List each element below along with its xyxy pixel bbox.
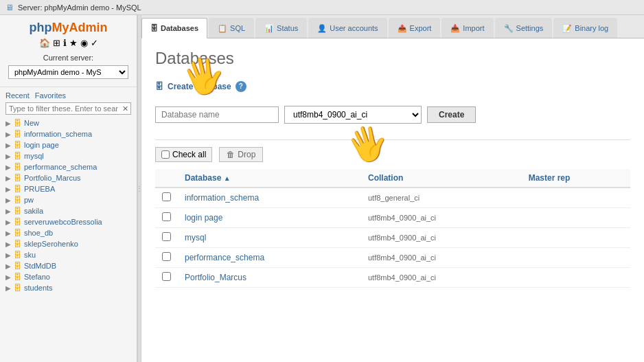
- star-icon: ★: [69, 38, 78, 48]
- db-link[interactable]: mysql: [185, 233, 206, 242]
- db-name: Portfolio_Marcus: [24, 174, 81, 182]
- content-body: Databases 🗄 Create database ? utf8mb4_09…: [141, 38, 644, 362]
- tab-label-export: Export: [410, 24, 432, 32]
- tab-icon-status: 📊: [264, 24, 274, 33]
- expand-icon: ▶: [5, 251, 11, 259]
- create-button[interactable]: Create: [427, 106, 476, 123]
- db-link[interactable]: Portfolio_Marcus: [185, 273, 246, 282]
- db-icon: 🗄: [14, 240, 21, 248]
- sidebar-db-item[interactable]: ▶ 🗄 serveruwebcoBressolia: [0, 216, 137, 227]
- sidebar-db-item[interactable]: ▶ 🗄 sku: [0, 249, 137, 260]
- expand-icon: ▶: [5, 240, 11, 248]
- sidebar-db-item[interactable]: ▶ 🗄 StdMdDB: [0, 260, 137, 271]
- sidebar-db-item[interactable]: ▶ 🗄 sakila: [0, 205, 137, 216]
- tab-icon-sql: 📋: [218, 24, 227, 33]
- table-row: information_schema utf8_general_ci: [155, 188, 630, 208]
- info-icon: ℹ: [63, 38, 67, 48]
- table-row: performance_schema utf8mb4_0900_ai_ci: [155, 248, 630, 268]
- check-all-checkbox[interactable]: [161, 150, 170, 159]
- sidebar-db-item[interactable]: ▶ 🗄 login page: [0, 139, 137, 150]
- sidebar-db-item[interactable]: ▶ 🗄 information_schema: [0, 128, 137, 139]
- check-icon: ✓: [91, 38, 98, 48]
- sidebar-db-item[interactable]: ▶ 🗄 Stefano: [0, 271, 137, 282]
- db-icon: 🗄: [14, 262, 21, 270]
- tab-settings[interactable]: 🔧Settings: [495, 18, 553, 38]
- row-db-name: Portfolio_Marcus: [178, 268, 361, 288]
- tab-status[interactable]: 📊Status: [255, 18, 307, 38]
- expand-icon: ▶: [5, 262, 11, 270]
- expand-icon: ▶: [5, 185, 11, 193]
- tab-export[interactable]: 📤Export: [389, 18, 441, 38]
- row-master-rep: [522, 268, 630, 288]
- sidebar-db-item[interactable]: ▶ 🗄 New: [0, 117, 137, 128]
- tab-user-accounts[interactable]: 👤User accounts: [308, 18, 387, 38]
- sidebar-db-item[interactable]: ▶ 🗄 sklepSerohenko: [0, 238, 137, 249]
- col-checkbox: [155, 169, 178, 188]
- tab-binary-log[interactable]: 📝Binary log: [553, 18, 617, 38]
- sidebar-db-item[interactable]: ▶ 🗄 PRUEBA: [0, 183, 137, 194]
- db-icon: 🗄: [14, 229, 21, 237]
- row-checkbox-cell: [155, 228, 178, 248]
- sidebar-db-item[interactable]: ▶ 🗄 mysql: [0, 150, 137, 161]
- row-checkbox[interactable]: [162, 272, 171, 281]
- db-name: Stefano: [24, 273, 50, 281]
- home-icon: 🏠: [39, 38, 50, 48]
- row-checkbox[interactable]: [162, 252, 171, 261]
- expand-icon: ▶: [5, 218, 11, 226]
- db-name: information_schema: [24, 130, 92, 138]
- db-name: PRUEBA: [24, 185, 55, 193]
- db-icon: 🗄: [14, 119, 21, 127]
- tab-label-settings: Settings: [516, 24, 544, 32]
- row-checkbox[interactable]: [162, 232, 171, 241]
- current-server-label: Current server:: [5, 51, 131, 63]
- sidebar-db-item[interactable]: ▶ 🗄 students: [0, 282, 137, 293]
- sidebar-db-item[interactable]: ▶ 🗄 shoe_db: [0, 227, 137, 238]
- db-name: StdMdDB: [24, 262, 56, 270]
- tab-sql[interactable]: 📋SQL: [209, 18, 254, 38]
- db-link[interactable]: information_schema: [185, 193, 259, 203]
- recent-link[interactable]: Recent: [5, 91, 30, 100]
- row-master-rep: [522, 228, 630, 248]
- sidebar-db-item[interactable]: ▶ 🗄 performance_schema: [0, 161, 137, 172]
- server-select[interactable]: phpMyAdmin demo - MyS: [8, 65, 128, 79]
- tab-icon-import: 📥: [450, 24, 460, 33]
- filter-input[interactable]: [5, 102, 131, 115]
- col-collation: Collation: [361, 169, 522, 188]
- row-collation: utf8_general_ci: [361, 188, 522, 208]
- row-checkbox-cell: [155, 188, 178, 208]
- db-icon: 🗄: [14, 130, 21, 138]
- table-row: mysql utf8mb4_0900_ai_ci: [155, 228, 630, 248]
- row-checkbox[interactable]: [162, 192, 171, 201]
- drop-label: Drop: [238, 150, 255, 159]
- filter-clear-icon[interactable]: ✕: [122, 104, 128, 113]
- row-checkbox[interactable]: [162, 212, 171, 221]
- create-db-section: 🗄 Create database ? utf8mb4_0900_ai_ci u…: [155, 78, 630, 129]
- row-master-rep: [522, 188, 630, 208]
- db-icon: 🗄: [14, 273, 21, 281]
- tab-icon-user-accounts: 👤: [317, 24, 327, 33]
- logo: phpMyAdmin: [5, 21, 131, 35]
- db-icon: 🗄: [14, 141, 21, 149]
- db-link[interactable]: performance_schema: [185, 253, 264, 262]
- actions-row: Check all 🗑 Drop: [155, 147, 630, 162]
- drop-button[interactable]: 🗑 Drop: [219, 147, 263, 162]
- row-master-rep: [522, 248, 630, 268]
- tab-databases[interactable]: 🗄Databases: [141, 18, 207, 38]
- db-link[interactable]: login page: [185, 213, 222, 223]
- logo-icons: 🏠 ⊞ ℹ ★ ◉ ✓: [5, 38, 131, 48]
- sidebar-nav: Recent Favorites: [0, 87, 137, 102]
- db-name-input[interactable]: [155, 106, 279, 123]
- window-bar: 🖥 Server: phpMyAdmin demo - MySQL: [0, 0, 644, 15]
- sidebar-db-item[interactable]: ▶ 🗄 Portfolio_Marcus: [0, 172, 137, 183]
- sidebar-db-item[interactable]: ▶ 🗄 pw: [0, 194, 137, 205]
- sort-arrow-icon: ▲: [224, 174, 231, 182]
- collation-value: utf8mb4_0900_ai_ci: [368, 253, 436, 262]
- favorites-link[interactable]: Favorites: [35, 91, 66, 100]
- create-db-toggle[interactable]: 🗄 Create database ?: [155, 78, 630, 95]
- collation-select[interactable]: utf8mb4_0900_ai_ci utf8_general_ci utf8m…: [284, 106, 422, 124]
- collation-value: utf8mb4_0900_ai_ci: [368, 234, 436, 242]
- check-all-button[interactable]: Check all: [155, 147, 212, 162]
- tab-import[interactable]: 📥Import: [441, 18, 493, 38]
- tab-icon-settings: 🔧: [504, 24, 514, 33]
- check-all-label: Check all: [172, 150, 206, 159]
